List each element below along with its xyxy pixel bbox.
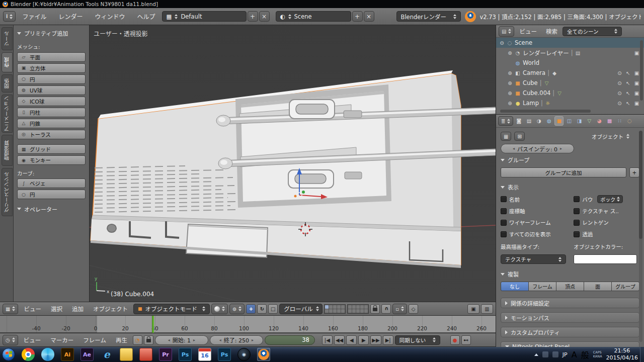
panel-relations-extras[interactable]: 関係の詳細設定 — [501, 298, 639, 308]
checkbox-axis[interactable]: 座標軸 — [501, 207, 572, 215]
panel-operator[interactable]: オペレーター — [17, 205, 86, 213]
checkbox-name[interactable]: 名前 — [501, 195, 572, 203]
add-monkey-button[interactable]: ◉モンキー — [17, 155, 86, 165]
checkbox-xray[interactable]: レントゲン — [574, 219, 639, 226]
add-grid-button[interactable]: ▦グリッド — [17, 144, 86, 154]
panel-niftools-object[interactable]: Niftools Object Panel — [501, 341, 639, 347]
editor-type-button[interactable]: ▦ — [3, 304, 18, 314]
render-engine-selector[interactable]: Blenderレンダー — [396, 11, 461, 22]
tray-misc-icon[interactable] — [542, 351, 548, 357]
menu-file[interactable]: ファイル — [17, 12, 52, 21]
constraints-tab-icon[interactable]: ◫ — [565, 116, 574, 126]
texture-tab-icon[interactable]: ▩ — [605, 116, 614, 126]
menu-help[interactable]: ヘルプ — [131, 12, 160, 21]
timeline-ruler[interactable]: -40 -20 0 20 40 60 80 100 120 140 160 18… — [0, 316, 496, 333]
panel-groups[interactable]: グループ — [501, 156, 639, 164]
preview-range-button[interactable]: ◔ — [133, 335, 142, 345]
visibility-toggle[interactable]: ⊙ — [616, 80, 623, 86]
add-bezier-button[interactable]: ∫ベジェ — [17, 178, 86, 188]
menu-playback[interactable]: 再生 — [112, 336, 131, 344]
visibility-toggle[interactable]: ⊙ — [616, 70, 623, 76]
add-torus-button[interactable]: ◎トーラス — [17, 130, 86, 139]
blender-taskbar-icon[interactable] — [257, 348, 270, 361]
outliner-horizontal-scrollbar[interactable] — [500, 110, 591, 113]
chevron-updown-icon[interactable] — [626, 134, 629, 139]
properties-scrollbar[interactable] — [639, 131, 642, 342]
scene-tab-icon[interactable]: ◑ — [534, 116, 543, 126]
manipulator-translate-button[interactable]: + — [246, 304, 256, 314]
lock-time-button[interactable] — [144, 335, 153, 345]
prev-keyframe-button[interactable]: ◀◀ — [334, 335, 345, 345]
snap-element-selector[interactable]: ▫ — [392, 304, 407, 314]
ime-language-indicator[interactable]: JP — [562, 351, 568, 358]
checkbox-all-edges[interactable]: すべての辺を表示 — [501, 230, 572, 238]
outliner-row-lamp[interactable]: ⊕ ● Lamp | ☼ ⊙ ↖ ▣ — [496, 98, 644, 108]
app-yellow-taskbar-icon[interactable] — [120, 348, 133, 361]
renderability-toggle[interactable]: ▣ — [633, 101, 640, 106]
shading-selector[interactable] — [211, 304, 228, 314]
render-layers-tab-icon[interactable]: ▤ — [524, 116, 533, 126]
menu-render[interactable]: レンダー — [53, 12, 88, 21]
app-red-taskbar-icon[interactable] — [139, 348, 152, 361]
orientation-selector[interactable]: グローバル — [279, 304, 323, 314]
opengl-render-still-button[interactable]: ▣ — [467, 304, 479, 314]
3d-viewport[interactable]: y x ユーザー・透視投影 (38) Cube.004 — [90, 25, 496, 302]
internet-explorer-taskbar-icon[interactable]: e — [100, 348, 113, 361]
dup-none-button[interactable]: なし — [501, 282, 529, 291]
outliner-row-cube[interactable]: ⊕ ■ Cube | ▽ ⊙ ↖ ▣ — [496, 78, 644, 88]
add-circle-button[interactable]: ○円 — [17, 74, 86, 84]
add-scene-button[interactable]: + — [352, 11, 363, 22]
editor-type-button[interactable]: ≣ — [498, 116, 513, 126]
menu-marker[interactable]: マーカー — [46, 336, 77, 344]
close-scene-button[interactable]: × — [364, 11, 374, 22]
add-cube-button[interactable]: ▣立方体 — [17, 63, 86, 73]
lock-to-scene-button[interactable] — [370, 304, 380, 314]
display-filter-selector[interactable]: 全てのシーン — [562, 27, 622, 36]
render-tab-icon[interactable]: ◙ — [514, 116, 523, 126]
illustrator-taskbar-icon[interactable]: Ai — [61, 348, 74, 361]
end-frame-field[interactable]: ◂終了: 250▸ — [210, 335, 263, 345]
add-layout-button[interactable]: + — [248, 11, 258, 22]
start-button[interactable] — [2, 348, 15, 361]
ime-input-mode[interactable]: A — [572, 350, 577, 359]
current-frame-cursor[interactable] — [152, 316, 154, 333]
renderability-toggle[interactable]: ▣ — [633, 90, 640, 96]
tab-tools[interactable]: ツール — [2, 27, 13, 50]
tab-relations[interactable]: 関係 — [2, 74, 13, 93]
photoshop-alt-taskbar-icon[interactable]: Ps — [218, 348, 231, 361]
checkbox-texture-space[interactable]: テクスチャ ス.. — [574, 207, 639, 215]
world-tab-icon[interactable]: ◍ — [544, 116, 553, 126]
add-uvsphere-button[interactable]: ◍UV球 — [17, 85, 86, 95]
menu-select[interactable]: 選択 — [47, 305, 66, 313]
add-cylinder-button[interactable]: ▯円柱 — [17, 108, 86, 117]
pivot-selector[interactable]: ⊙ — [229, 304, 245, 314]
object-color-swatch[interactable] — [574, 254, 637, 264]
menu-view[interactable]: ビュー — [20, 305, 45, 313]
object-tab-icon[interactable]: ■ — [554, 116, 564, 126]
material-tab-icon[interactable]: ◕ — [595, 116, 604, 126]
add-curve-circle-button[interactable]: ○円 — [17, 190, 86, 199]
physics-tab-icon[interactable]: ◌ — [625, 116, 634, 126]
outliner-row-cube-004[interactable]: ⊕ ■ Cube.004 | ▽ ⊙ ↖ ▣ — [496, 88, 644, 98]
steam-taskbar-icon[interactable]: ◉ — [237, 348, 251, 361]
dup-verts-button[interactable]: 頂点 — [556, 282, 584, 291]
chrome-taskbar-icon[interactable] — [22, 348, 35, 361]
context-icon-button[interactable]: ▦ — [501, 132, 511, 141]
menu-window[interactable]: ウィンドウ — [89, 12, 130, 21]
browser-swirl-taskbar-icon[interactable] — [41, 348, 54, 361]
ime-conversion-mode[interactable]: 般 — [581, 348, 589, 360]
visibility-toggle[interactable]: ⊙ — [616, 101, 623, 106]
mode-selector[interactable]: ■オブジェクトモード — [133, 304, 210, 314]
editor-type-button[interactable]: ▤ — [499, 26, 514, 37]
tab-create[interactable]: 作成 — [2, 52, 13, 72]
opengl-render-anim-button[interactable]: ▥ — [481, 304, 493, 314]
manipulator-rotate-button[interactable]: ↻ — [257, 304, 267, 314]
next-keyframe-button[interactable]: ▶▶ — [370, 335, 381, 345]
tray-misc-icon[interactable] — [552, 351, 558, 357]
snap-toggle-button[interactable]: ∪ — [381, 304, 391, 314]
premiere-taskbar-icon[interactable]: Pr — [159, 348, 172, 361]
menu-add[interactable]: 追加 — [68, 305, 88, 313]
sync-mode-selector[interactable]: 同期しない — [395, 335, 440, 345]
new-group-button[interactable]: + — [629, 167, 639, 177]
play-reverse-button[interactable]: ◀ — [346, 335, 357, 345]
